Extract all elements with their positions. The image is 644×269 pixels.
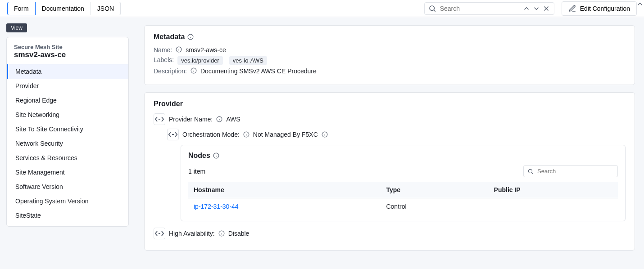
nodes-search-input[interactable]: [536, 167, 614, 175]
metadata-panel: Metadata Name: smsv2-aws-ce Labels: ves.…: [144, 25, 635, 85]
tree-node-icon: [154, 113, 165, 125]
view-mode-tag: View: [6, 23, 27, 32]
info-icon[interactable]: [176, 46, 182, 53]
sidebar-item-metadata[interactable]: Metadata: [7, 64, 128, 79]
metadata-description-key: Description:: [154, 67, 187, 75]
provider-name-value: AWS: [226, 116, 240, 123]
nodes-search[interactable]: [523, 165, 618, 177]
nodes-heading-label: Nodes: [188, 152, 210, 160]
pencil-icon: [568, 4, 576, 13]
metadata-name-key: Name:: [154, 46, 172, 54]
metadata-description-value: Documenting SMSv2 AWS CE Procedure: [200, 67, 317, 75]
sidebar-item-software-version[interactable]: Software Version: [7, 179, 128, 194]
provider-name-key: Provider Name:: [169, 116, 213, 123]
search-clear-icon[interactable]: [542, 4, 550, 13]
search-icon: [527, 168, 534, 175]
metadata-name-value: smsv2-aws-ce: [186, 46, 226, 54]
sidebar-item-site-management[interactable]: Site Management: [7, 165, 128, 179]
node-type: Control: [381, 198, 488, 215]
high-availability-value: Disable: [228, 230, 249, 237]
provider-heading-label: Provider: [154, 100, 183, 108]
provider-heading: Provider: [154, 100, 626, 108]
orchestration-mode-row: Orchestration Mode: Not Managed By F5XC: [167, 129, 626, 140]
tab-json[interactable]: JSON: [91, 2, 121, 15]
node-public-ip: [489, 198, 618, 215]
sidebar-object-name: smsv2-aws-ce: [14, 50, 121, 59]
sidebar-header: Secure Mesh Site smsv2-aws-ce: [7, 44, 128, 64]
info-icon[interactable]: [190, 67, 197, 74]
info-icon[interactable]: [218, 230, 225, 237]
metadata-heading: Metadata: [154, 33, 626, 41]
top-bar: Form Documentation JSON Edit Configurati…: [0, 0, 644, 17]
provider-panel: Provider Provider Name: AWS Orchestratio…: [144, 92, 635, 251]
metadata-labels-row: Labels: ves.io/provider ves-io-AWS: [154, 56, 626, 65]
col-public-ip: Public IP: [489, 182, 618, 198]
sidebar-item-site-networking[interactable]: Site Networking: [7, 108, 128, 122]
tab-form[interactable]: Form: [7, 2, 36, 15]
table-row: ip-172-31-30-44 Control: [188, 198, 618, 215]
tree-node-icon: [167, 129, 179, 140]
metadata-name-row: Name: smsv2-aws-ce: [154, 46, 626, 54]
label-tag: ves.io/provider: [177, 56, 223, 65]
nodes-section: Nodes 1 item: [181, 145, 626, 221]
search-next-icon[interactable]: [532, 4, 540, 13]
sidebar-item-provider[interactable]: Provider: [7, 79, 128, 93]
col-hostname: Hostname: [188, 182, 381, 198]
label-tag: ves-io-AWS: [229, 56, 267, 65]
sidebar-card: Secure Mesh Site smsv2-aws-ce Metadata P…: [6, 37, 129, 227]
nodes-count: 1 item: [188, 168, 205, 175]
sidebar-item-os-version[interactable]: Operating System Version: [7, 194, 128, 208]
tab-documentation[interactable]: Documentation: [36, 2, 91, 15]
tree-node-icon: [154, 228, 165, 239]
edit-configuration-button[interactable]: Edit Configuration: [562, 1, 637, 16]
sidebar-item-services-resources[interactable]: Services & Resources: [7, 151, 128, 165]
provider-nested: Orchestration Mode: Not Managed By F5XC …: [167, 129, 626, 221]
sidebar: View Secure Mesh Site smsv2-aws-ce Metad…: [0, 17, 135, 269]
sidebar-title: Secure Mesh Site: [14, 44, 121, 50]
view-mode-segmented: Form Documentation JSON: [7, 2, 121, 15]
info-icon[interactable]: [216, 116, 222, 122]
metadata-description-row: Description: Documenting SMSv2 AWS CE Pr…: [154, 67, 626, 75]
nodes-toolbar: 1 item: [188, 165, 618, 177]
sidebar-item-network-security[interactable]: Network Security: [7, 136, 128, 151]
info-icon[interactable]: [213, 152, 219, 159]
info-icon[interactable]: [243, 131, 249, 138]
main-content: Metadata Name: smsv2-aws-ce Labels: ves.…: [135, 17, 644, 269]
info-icon[interactable]: [187, 34, 194, 40]
nodes-table: Hostname Type Public IP ip-172-31-30-44 …: [188, 182, 618, 215]
search-prev-icon[interactable]: [522, 4, 531, 13]
nodes-heading: Nodes: [188, 152, 618, 160]
top-search[interactable]: [424, 2, 554, 15]
provider-name-row: Provider Name: AWS: [154, 113, 626, 125]
orchestration-mode-value: Not Managed By F5XC: [253, 131, 318, 138]
node-hostname-link[interactable]: ip-172-31-30-44: [188, 198, 381, 215]
sidebar-item-site-to-site[interactable]: Site To Site Connectivity: [7, 122, 128, 136]
col-type: Type: [381, 182, 488, 198]
nodes-table-header-row: Hostname Type Public IP: [188, 182, 618, 198]
high-availability-key: High Availability:: [169, 230, 215, 237]
svg-line-1: [434, 10, 435, 11]
metadata-heading-label: Metadata: [154, 33, 185, 41]
orchestration-mode-key: Orchestration Mode:: [182, 131, 240, 138]
edit-configuration-label: Edit Configuration: [580, 5, 630, 12]
high-availability-row: High Availability: Disable: [154, 228, 626, 239]
sidebar-list: Metadata Provider Regional Edge Site Net…: [7, 64, 128, 223]
sidebar-item-regional-edge[interactable]: Regional Edge: [7, 93, 128, 108]
svg-line-28: [532, 172, 533, 174]
sidebar-item-sitestate[interactable]: SiteState: [7, 208, 128, 223]
info-icon[interactable]: [322, 131, 328, 138]
metadata-labels-key: Labels:: [154, 56, 174, 63]
top-search-input[interactable]: [439, 4, 520, 13]
svg-point-0: [430, 6, 435, 11]
svg-point-27: [528, 169, 532, 173]
search-icon: [428, 4, 436, 13]
